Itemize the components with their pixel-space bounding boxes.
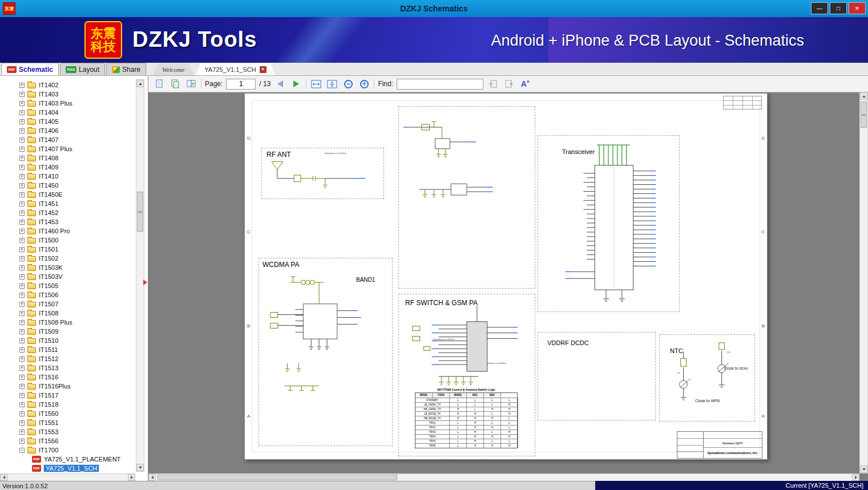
sidebar-folder-item[interactable]: IT1410	[0, 172, 134, 181]
main-vertical-scrollbar[interactable]	[859, 92, 868, 473]
single-page-view-icon[interactable]	[153, 78, 165, 90]
expand-icon[interactable]	[19, 238, 25, 243]
expand-icon[interactable]	[19, 110, 25, 115]
expand-icon[interactable]	[19, 201, 25, 206]
expand-icon[interactable]	[19, 210, 25, 216]
scroll-up-icon[interactable]	[136, 80, 144, 87]
sidebar-folder-item[interactable]: IT1551	[0, 418, 134, 427]
expand-icon[interactable]	[19, 411, 25, 416]
expand-icon[interactable]	[19, 393, 25, 398]
sidebar-folder-item[interactable]: IT1517	[0, 391, 134, 400]
app-icon[interactable]: 东震	[3, 2, 15, 15]
expand-icon[interactable]	[19, 347, 25, 353]
scroll-right-icon[interactable]	[128, 474, 135, 481]
expand-icon[interactable]	[19, 366, 25, 371]
expand-icon[interactable]	[19, 183, 25, 188]
sidebar-folder-item[interactable]: IT1402	[0, 80, 134, 90]
sidebar-folder-item[interactable]: IT1518	[0, 400, 134, 409]
sidebar-folder-item[interactable]: IT1503K	[0, 263, 134, 272]
sidebar-folder-item[interactable]: IT1502	[0, 254, 134, 263]
expand-icon[interactable]	[19, 229, 25, 234]
scroll-up-icon[interactable]	[860, 92, 867, 100]
expand-icon[interactable]	[19, 274, 25, 280]
sidebar-folder-item[interactable]: IT1453	[0, 217, 134, 226]
maximize-button[interactable]: □	[830, 2, 847, 14]
main-hscroll-thumb[interactable]	[158, 475, 397, 480]
sidebar-file-sch[interactable]: YA725_V1.1_SCH	[0, 464, 134, 473]
schematic-page[interactable]: D C B A D C B A RF ANT Impedance to 50oh…	[244, 93, 768, 460]
zoom-in-icon[interactable]: +	[358, 78, 370, 90]
sidebar-folder-item[interactable]: IT1506	[0, 290, 134, 299]
close-tab-icon[interactable]	[260, 66, 267, 73]
sidebar-folder-item[interactable]: IT1508 Plus	[0, 318, 134, 327]
sidebar-folder-item[interactable]: IT1503V	[0, 272, 134, 281]
sidebar-folder-item[interactable]: IT1507	[0, 299, 134, 309]
expand-icon[interactable]	[19, 137, 25, 143]
text-size-icon[interactable]	[519, 78, 531, 90]
expand-icon[interactable]	[19, 165, 25, 170]
sidebar-folder-item[interactable]: IT1500	[0, 236, 134, 245]
expand-icon[interactable]	[19, 247, 25, 252]
sidebar-folder-item[interactable]: IT1509	[0, 327, 134, 336]
fit-page-icon[interactable]	[326, 78, 338, 90]
expand-icon[interactable]	[19, 430, 25, 435]
scroll-down-icon[interactable]	[136, 464, 144, 471]
expand-icon[interactable]	[19, 220, 25, 225]
sidebar-folder-item-it1700[interactable]: IT1700	[0, 446, 134, 455]
scroll-down-icon[interactable]	[860, 465, 867, 473]
tab-ya725-sch[interactable]: YA725_V1.1_SCH	[195, 63, 275, 75]
expand-icon[interactable]	[19, 92, 25, 97]
expand-icon[interactable]	[19, 357, 25, 362]
sidebar-folder-item[interactable]: IT1550	[0, 409, 134, 418]
find-next-icon[interactable]	[503, 78, 515, 90]
expand-icon[interactable]	[19, 147, 25, 152]
scroll-right-icon[interactable]	[852, 474, 859, 481]
expand-icon[interactable]	[19, 320, 25, 325]
tab-welcome[interactable]: Welcome	[153, 63, 193, 75]
expand-icon[interactable]	[19, 402, 25, 407]
zoom-out-icon[interactable]: −	[342, 78, 354, 90]
expand-icon[interactable]	[19, 420, 25, 426]
sidebar-folder-item[interactable]: IT1403 Plus	[0, 99, 134, 108]
sidebar-folder-item[interactable]: IT1501	[0, 245, 134, 254]
expand-icon[interactable]	[19, 192, 25, 197]
expand-icon[interactable]	[19, 302, 25, 307]
expand-icon[interactable]	[19, 338, 25, 343]
expand-icon[interactable]	[19, 256, 25, 261]
sidebar-folder-item[interactable]: IT1403	[0, 90, 134, 99]
expand-icon[interactable]	[19, 101, 25, 106]
fit-width-icon[interactable]	[310, 78, 322, 90]
sidebar-folder-item[interactable]: IT1511	[0, 345, 134, 354]
sidebar-file-placement[interactable]: YA725_V1.1_PLACEMENT	[0, 455, 134, 464]
tab-schematic[interactable]: Schematic	[1, 63, 59, 75]
sidebar-folder-item[interactable]: IT1407 Plus	[0, 144, 134, 153]
sidebar-folder-item[interactable]: IT1451	[0, 199, 134, 208]
page-number-input[interactable]	[226, 79, 256, 90]
expand-icon[interactable]	[19, 156, 25, 161]
expand-icon[interactable]	[19, 311, 25, 316]
main-horizontal-scrollbar[interactable]	[148, 473, 859, 481]
previous-page-icon[interactable]	[274, 78, 286, 90]
sidebar-folder-item[interactable]: IT1516	[0, 372, 134, 382]
expand-icon[interactable]	[19, 375, 25, 380]
sidebar-folder-item[interactable]: IT1405	[0, 117, 134, 126]
continuous-view-icon[interactable]	[169, 78, 181, 90]
sidebar-folder-item[interactable]: IT1452	[0, 208, 134, 217]
expand-icon[interactable]	[19, 439, 25, 444]
sidebar-folder-item[interactable]: IT1408	[0, 153, 134, 163]
sidebar-folder-item[interactable]: IT1512	[0, 354, 134, 363]
sidebar-folder-item[interactable]: IT1513	[0, 363, 134, 372]
expand-icon[interactable]	[19, 293, 25, 298]
tab-share[interactable]: Share	[106, 63, 146, 75]
collapse-icon[interactable]	[19, 448, 25, 453]
sidebar-folder-item[interactable]: IT1553	[0, 427, 134, 436]
sidebar-folder-item[interactable]: IT1406	[0, 126, 134, 135]
sidebar-folder-item[interactable]: IT1450	[0, 181, 134, 190]
sidebar-folder-item[interactable]: IT1460 Pro	[0, 226, 134, 236]
sidebar-folder-item[interactable]: IT1505	[0, 281, 134, 290]
sidebar-folder-item[interactable]: IT1409	[0, 163, 134, 172]
sidebar-folder-item[interactable]: IT1516Plus	[0, 382, 134, 391]
sidebar-horizontal-scrollbar[interactable]	[0, 473, 135, 481]
sidebar-vertical-scrollbar[interactable]	[136, 79, 144, 472]
expand-icon[interactable]	[19, 119, 25, 124]
